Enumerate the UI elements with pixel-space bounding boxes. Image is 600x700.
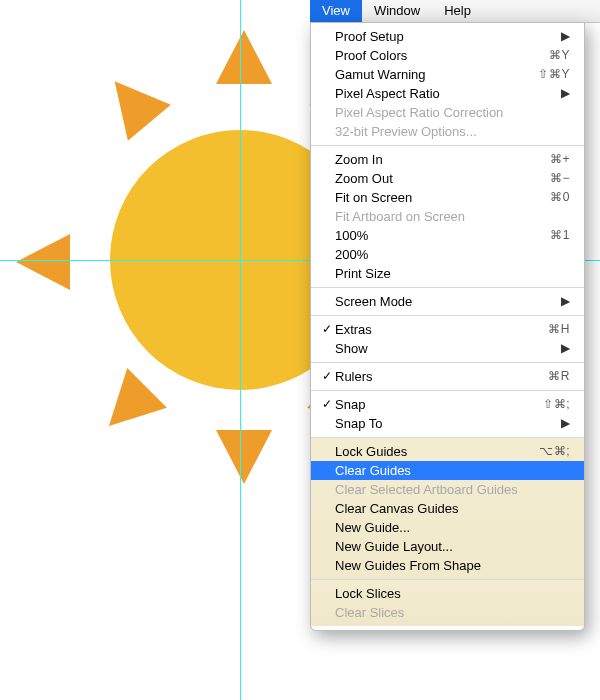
menu-item-label: Clear Selected Artboard Guides bbox=[335, 480, 570, 499]
menu-item-label: Proof Setup bbox=[335, 27, 555, 46]
menu-item-extras[interactable]: ✓Extras⌘H bbox=[311, 320, 584, 339]
menu-item-clear-canvas-guides[interactable]: Clear Canvas Guides bbox=[311, 499, 584, 518]
sun-ray bbox=[216, 30, 272, 84]
menu-item-lock-slices[interactable]: Lock Slices bbox=[311, 584, 584, 603]
menu-item-snap-to[interactable]: Snap To▶ bbox=[311, 414, 584, 433]
menu-item-label: Pixel Aspect Ratio Correction bbox=[335, 103, 570, 122]
menu-item-label: Lock Slices bbox=[335, 584, 570, 603]
sun-ray bbox=[216, 430, 272, 484]
menu-item-label: New Guide... bbox=[335, 518, 570, 537]
menu-item-label: New Guide Layout... bbox=[335, 537, 570, 556]
menu-item-screen-mode[interactable]: Screen Mode▶ bbox=[311, 292, 584, 311]
menu-item-label: Show bbox=[335, 339, 555, 358]
menu-item-label: Lock Guides bbox=[335, 442, 539, 461]
menu-item-shortcut: ⌘+ bbox=[550, 150, 570, 169]
menu-item-new-guide-layout[interactable]: New Guide Layout... bbox=[311, 537, 584, 556]
menu-item-clear-slices: Clear Slices bbox=[311, 603, 584, 622]
menu-item-label: 200% bbox=[335, 245, 570, 264]
menubar-item-window[interactable]: Window bbox=[362, 0, 432, 22]
menubar-item-help[interactable]: Help bbox=[432, 0, 483, 22]
chevron-right-icon: ▶ bbox=[561, 339, 570, 358]
menu-item-pixel-aspect-ratio-correction: Pixel Aspect Ratio Correction bbox=[311, 103, 584, 122]
vertical-guide[interactable] bbox=[240, 0, 241, 700]
menu-item-new-guide[interactable]: New Guide... bbox=[311, 518, 584, 537]
menu-item-label: Print Size bbox=[335, 264, 570, 283]
menu-item-pixel-aspect-ratio[interactable]: Pixel Aspect Ratio▶ bbox=[311, 84, 584, 103]
view-menu-dropdown: Proof Setup▶Proof Colors⌘YGamut Warning⇧… bbox=[310, 22, 585, 631]
menu-item-label: Proof Colors bbox=[335, 46, 549, 65]
menu-item-label: Clear Slices bbox=[335, 603, 570, 622]
menu-item-label: Rulers bbox=[335, 367, 548, 386]
menubar-item-view[interactable]: View bbox=[310, 0, 362, 22]
menu-item-shortcut: ⌘R bbox=[548, 367, 570, 386]
menu-item-shortcut: ⌘Y bbox=[549, 46, 570, 65]
menu-item-show[interactable]: Show▶ bbox=[311, 339, 584, 358]
menu-item-fit-on-screen[interactable]: Fit on Screen⌘0 bbox=[311, 188, 584, 207]
menu-item-label: Clear Guides bbox=[335, 461, 570, 480]
chevron-right-icon: ▶ bbox=[561, 84, 570, 103]
menu-item-new-guides-from-shape[interactable]: New Guides From Shape bbox=[311, 556, 584, 575]
menu-item-100[interactable]: 100%⌘1 bbox=[311, 226, 584, 245]
checkmark-icon: ✓ bbox=[319, 320, 335, 339]
menu-item-label: Screen Mode bbox=[335, 292, 555, 311]
menu-item-shortcut: ⇧⌘; bbox=[543, 395, 570, 414]
sun-ray bbox=[89, 368, 167, 446]
menu-item-proof-colors[interactable]: Proof Colors⌘Y bbox=[311, 46, 584, 65]
chevron-right-icon: ▶ bbox=[561, 292, 570, 311]
menu-item-gamut-warning[interactable]: Gamut Warning⇧⌘Y bbox=[311, 65, 584, 84]
menu-item-lock-guides[interactable]: Lock Guides⌥⌘; bbox=[311, 442, 584, 461]
chevron-right-icon: ▶ bbox=[561, 414, 570, 433]
menu-item-label: Zoom In bbox=[335, 150, 550, 169]
menu-item-label: Gamut Warning bbox=[335, 65, 538, 84]
menu-item-label: Fit on Screen bbox=[335, 188, 550, 207]
menu-item-shortcut: ⌥⌘; bbox=[539, 442, 570, 461]
menu-item-shortcut: ⌘0 bbox=[550, 188, 570, 207]
menu-item-label: Zoom Out bbox=[335, 169, 550, 188]
menu-item-shortcut: ⌘H bbox=[548, 320, 570, 339]
menu-item-print-size[interactable]: Print Size bbox=[311, 264, 584, 283]
menu-item-label: Pixel Aspect Ratio bbox=[335, 84, 555, 103]
menu-item-32-bit-preview-options: 32-bit Preview Options... bbox=[311, 122, 584, 141]
menu-item-snap[interactable]: ✓Snap⇧⌘; bbox=[311, 395, 584, 414]
menu-item-label: Fit Artboard on Screen bbox=[335, 207, 570, 226]
sun-ray bbox=[16, 234, 70, 290]
menu-item-rulers[interactable]: ✓Rulers⌘R bbox=[311, 367, 584, 386]
menu-item-label: 100% bbox=[335, 226, 550, 245]
menu-item-label: Snap To bbox=[335, 414, 555, 433]
menu-item-200[interactable]: 200% bbox=[311, 245, 584, 264]
menu-item-shortcut: ⌘− bbox=[550, 169, 570, 188]
menu-item-label: Extras bbox=[335, 320, 548, 339]
menu-item-clear-selected-artboard-guides: Clear Selected Artboard Guides bbox=[311, 480, 584, 499]
menu-item-shortcut: ⇧⌘Y bbox=[538, 65, 570, 84]
menu-item-label: Snap bbox=[335, 395, 543, 414]
menu-item-label: Clear Canvas Guides bbox=[335, 499, 570, 518]
checkmark-icon: ✓ bbox=[319, 367, 335, 386]
checkmark-icon: ✓ bbox=[319, 395, 335, 414]
menu-item-proof-setup[interactable]: Proof Setup▶ bbox=[311, 27, 584, 46]
menu-item-zoom-out[interactable]: Zoom Out⌘− bbox=[311, 169, 584, 188]
chevron-right-icon: ▶ bbox=[561, 27, 570, 46]
menu-item-clear-guides[interactable]: Clear Guides bbox=[311, 461, 584, 480]
application-menubar: ViewWindowHelp bbox=[310, 0, 600, 23]
menu-item-fit-artboard-on-screen: Fit Artboard on Screen bbox=[311, 207, 584, 226]
menu-item-label: New Guides From Shape bbox=[335, 556, 570, 575]
menu-item-zoom-in[interactable]: Zoom In⌘+ bbox=[311, 150, 584, 169]
menu-item-label: 32-bit Preview Options... bbox=[335, 122, 570, 141]
sun-ray bbox=[93, 63, 171, 140]
menu-item-shortcut: ⌘1 bbox=[550, 226, 570, 245]
